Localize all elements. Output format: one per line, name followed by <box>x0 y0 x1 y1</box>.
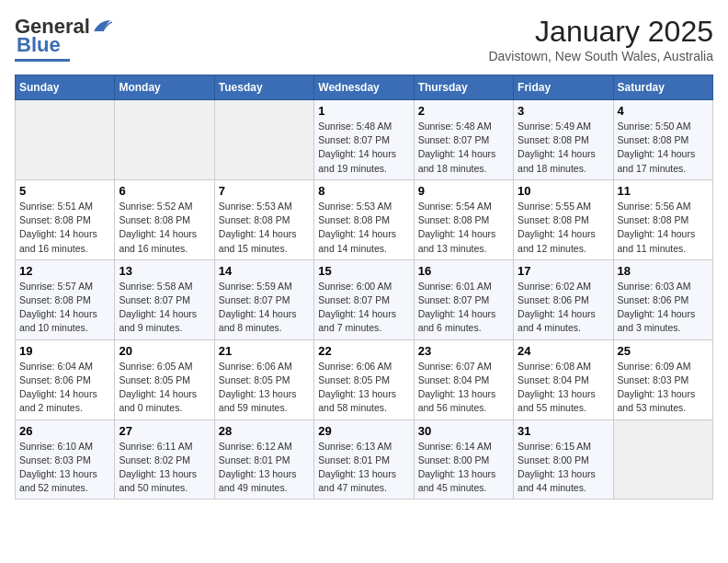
day-number: 1 <box>318 104 409 118</box>
week-row-5: 26Sunrise: 6:10 AM Sunset: 8:03 PM Dayli… <box>16 419 713 500</box>
day-info: Sunrise: 6:03 AM Sunset: 8:06 PM Dayligh… <box>618 280 709 336</box>
day-number: 7 <box>219 184 310 198</box>
day-number: 10 <box>518 184 609 198</box>
day-number: 2 <box>418 104 509 118</box>
day-info: Sunrise: 6:07 AM Sunset: 8:04 PM Dayligh… <box>418 360 509 416</box>
day-number: 11 <box>618 184 709 198</box>
day-number: 13 <box>119 264 210 278</box>
calendar-cell: 12Sunrise: 5:57 AM Sunset: 8:08 PM Dayli… <box>16 259 115 339</box>
day-info: Sunrise: 6:00 AM Sunset: 8:07 PM Dayligh… <box>318 280 409 336</box>
day-info: Sunrise: 5:59 AM Sunset: 8:07 PM Dayligh… <box>219 280 310 336</box>
day-info: Sunrise: 6:15 AM Sunset: 8:00 PM Dayligh… <box>518 440 609 496</box>
calendar-cell: 19Sunrise: 6:04 AM Sunset: 8:06 PM Dayli… <box>16 339 115 419</box>
logo-blue: Blue <box>15 33 61 57</box>
day-number: 17 <box>518 264 609 278</box>
header-saturday: Saturday <box>613 75 712 100</box>
header-tuesday: Tuesday <box>214 75 313 100</box>
day-info: Sunrise: 6:13 AM Sunset: 8:01 PM Dayligh… <box>318 440 409 496</box>
calendar-cell: 9Sunrise: 5:54 AM Sunset: 8:08 PM Daylig… <box>414 179 513 259</box>
day-number: 18 <box>618 264 709 278</box>
day-number: 21 <box>219 344 310 358</box>
day-info: Sunrise: 5:58 AM Sunset: 8:07 PM Dayligh… <box>119 280 210 336</box>
day-info: Sunrise: 6:12 AM Sunset: 8:01 PM Dayligh… <box>219 440 310 496</box>
day-info: Sunrise: 6:06 AM Sunset: 8:05 PM Dayligh… <box>219 360 310 416</box>
day-number: 19 <box>19 344 110 358</box>
day-number: 29 <box>318 424 409 438</box>
day-number: 5 <box>19 184 110 198</box>
calendar-cell: 25Sunrise: 6:09 AM Sunset: 8:03 PM Dayli… <box>613 339 712 419</box>
day-number: 6 <box>119 184 210 198</box>
day-number: 15 <box>318 264 409 278</box>
day-number: 16 <box>418 264 509 278</box>
day-info: Sunrise: 6:08 AM Sunset: 8:04 PM Dayligh… <box>518 360 609 416</box>
day-info: Sunrise: 6:11 AM Sunset: 8:02 PM Dayligh… <box>119 440 210 496</box>
day-info: Sunrise: 5:51 AM Sunset: 8:08 PM Dayligh… <box>19 200 110 256</box>
calendar-cell: 1Sunrise: 5:48 AM Sunset: 8:07 PM Daylig… <box>314 100 414 180</box>
day-info: Sunrise: 5:56 AM Sunset: 8:08 PM Dayligh… <box>618 200 709 256</box>
week-row-4: 19Sunrise: 6:04 AM Sunset: 8:06 PM Dayli… <box>16 339 713 419</box>
calendar-cell: 16Sunrise: 6:01 AM Sunset: 8:07 PM Dayli… <box>414 259 513 339</box>
day-info: Sunrise: 6:10 AM Sunset: 8:03 PM Dayligh… <box>19 440 110 496</box>
day-number: 30 <box>418 424 509 438</box>
logo-underline <box>15 59 70 62</box>
calendar-cell: 27Sunrise: 6:11 AM Sunset: 8:02 PM Dayli… <box>115 419 214 500</box>
header-sunday: Sunday <box>16 75 115 100</box>
calendar-cell: 18Sunrise: 6:03 AM Sunset: 8:06 PM Dayli… <box>613 259 712 339</box>
day-info: Sunrise: 5:52 AM Sunset: 8:08 PM Dayligh… <box>119 200 210 256</box>
calendar-cell: 21Sunrise: 6:06 AM Sunset: 8:05 PM Dayli… <box>214 339 313 419</box>
day-info: Sunrise: 5:49 AM Sunset: 8:08 PM Dayligh… <box>518 120 609 176</box>
day-number: 22 <box>318 344 409 358</box>
calendar-cell: 17Sunrise: 6:02 AM Sunset: 8:06 PM Dayli… <box>514 259 613 339</box>
day-number: 27 <box>119 424 210 438</box>
day-number: 20 <box>119 344 210 358</box>
calendar-cell: 31Sunrise: 6:15 AM Sunset: 8:00 PM Dayli… <box>514 419 613 500</box>
week-row-3: 12Sunrise: 5:57 AM Sunset: 8:08 PM Dayli… <box>16 259 713 339</box>
day-number: 9 <box>418 184 509 198</box>
calendar-cell <box>115 100 214 180</box>
calendar-table: SundayMondayTuesdayWednesdayThursdayFrid… <box>15 75 713 500</box>
calendar-cell: 4Sunrise: 5:50 AM Sunset: 8:08 PM Daylig… <box>613 100 712 180</box>
day-number: 12 <box>19 264 110 278</box>
week-row-1: 1Sunrise: 5:48 AM Sunset: 8:07 PM Daylig… <box>16 100 713 180</box>
day-info: Sunrise: 5:54 AM Sunset: 8:08 PM Dayligh… <box>418 200 509 256</box>
calendar-cell: 30Sunrise: 6:14 AM Sunset: 8:00 PM Dayli… <box>414 419 513 500</box>
header-wednesday: Wednesday <box>314 75 414 100</box>
calendar-cell: 29Sunrise: 6:13 AM Sunset: 8:01 PM Dayli… <box>314 419 414 500</box>
day-number: 24 <box>518 344 609 358</box>
logo: General Blue <box>15 15 112 62</box>
calendar-cell: 8Sunrise: 5:53 AM Sunset: 8:08 PM Daylig… <box>314 179 414 259</box>
calendar-cell: 15Sunrise: 6:00 AM Sunset: 8:07 PM Dayli… <box>314 259 414 339</box>
day-info: Sunrise: 6:05 AM Sunset: 8:05 PM Dayligh… <box>119 360 210 416</box>
calendar-cell <box>613 419 712 500</box>
month-title: January 2025 <box>488 15 713 49</box>
day-number: 31 <box>518 424 609 438</box>
header-row: SundayMondayTuesdayWednesdayThursdayFrid… <box>16 75 713 100</box>
day-info: Sunrise: 5:53 AM Sunset: 8:08 PM Dayligh… <box>219 200 310 256</box>
day-info: Sunrise: 5:53 AM Sunset: 8:08 PM Dayligh… <box>318 200 409 256</box>
day-info: Sunrise: 5:50 AM Sunset: 8:08 PM Dayligh… <box>618 120 709 176</box>
page-header: General Blue January 2025 Davistown, New… <box>15 15 713 63</box>
calendar-cell: 28Sunrise: 6:12 AM Sunset: 8:01 PM Dayli… <box>214 419 313 500</box>
location: Davistown, New South Wales, Australia <box>488 49 713 63</box>
day-info: Sunrise: 6:04 AM Sunset: 8:06 PM Dayligh… <box>19 360 110 416</box>
calendar-cell: 7Sunrise: 5:53 AM Sunset: 8:08 PM Daylig… <box>214 179 313 259</box>
day-info: Sunrise: 6:01 AM Sunset: 8:07 PM Dayligh… <box>418 280 509 336</box>
day-number: 28 <box>219 424 310 438</box>
calendar-cell: 3Sunrise: 5:49 AM Sunset: 8:08 PM Daylig… <box>514 100 613 180</box>
day-number: 14 <box>219 264 310 278</box>
calendar-cell: 23Sunrise: 6:07 AM Sunset: 8:04 PM Dayli… <box>414 339 513 419</box>
day-number: 23 <box>418 344 509 358</box>
title-block: January 2025 Davistown, New South Wales,… <box>488 15 713 63</box>
calendar-cell: 13Sunrise: 5:58 AM Sunset: 8:07 PM Dayli… <box>115 259 214 339</box>
day-number: 26 <box>19 424 110 438</box>
header-friday: Friday <box>514 75 613 100</box>
day-number: 25 <box>618 344 709 358</box>
calendar-cell: 20Sunrise: 6:05 AM Sunset: 8:05 PM Dayli… <box>115 339 214 419</box>
calendar-cell: 2Sunrise: 5:48 AM Sunset: 8:07 PM Daylig… <box>414 100 513 180</box>
day-number: 4 <box>618 104 709 118</box>
day-info: Sunrise: 6:14 AM Sunset: 8:00 PM Dayligh… <box>418 440 509 496</box>
day-info: Sunrise: 5:48 AM Sunset: 8:07 PM Dayligh… <box>418 120 509 176</box>
calendar-cell: 14Sunrise: 5:59 AM Sunset: 8:07 PM Dayli… <box>214 259 313 339</box>
day-number: 3 <box>518 104 609 118</box>
calendar-cell: 10Sunrise: 5:55 AM Sunset: 8:08 PM Dayli… <box>514 179 613 259</box>
